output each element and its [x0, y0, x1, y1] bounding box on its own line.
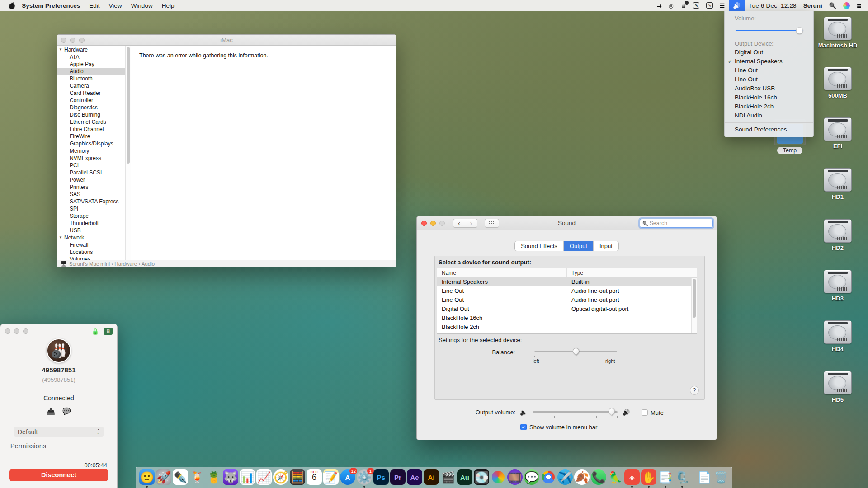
telegram-dock-icon[interactable]: ✈️ [557, 469, 573, 485]
balance-knob[interactable] [571, 347, 580, 356]
table-row[interactable]: Line OutAudio line-out port [437, 286, 697, 296]
menu-item-output-device[interactable]: BlackHole 16ch [725, 93, 813, 102]
sidebar-item-controller[interactable]: Controller [57, 97, 125, 104]
sidebar-item-camera[interactable]: Camera [57, 82, 125, 89]
sidebar-scrollbar[interactable] [126, 46, 131, 260]
disclosure-triangle-icon[interactable]: ▼ [59, 46, 62, 53]
app-store-dock-icon[interactable]: A12 [340, 469, 355, 485]
audition-dock-icon[interactable]: Au [457, 469, 472, 485]
pineapple-app-dock-icon[interactable]: 🍍 [206, 469, 222, 485]
disconnect-button[interactable]: Disconnect [9, 469, 108, 481]
tab-sound-effects[interactable]: Sound Effects [515, 241, 564, 251]
sidebar-item-hardware[interactable]: ▼Hardware [57, 46, 125, 53]
table-header[interactable]: Name Type [437, 268, 697, 277]
pointer-tool-icon[interactable]: ⬉ [693, 2, 699, 9]
chat-app-dock-icon[interactable]: 💬 [524, 469, 539, 485]
minimize-button[interactable] [14, 328, 19, 334]
sidebar-item-sas[interactable]: SAS [57, 191, 125, 198]
table-row[interactable]: BlackHole 16ch [437, 314, 697, 323]
sidebar-item-diagnostics[interactable]: Diagnostics [57, 104, 125, 111]
close-button[interactable] [5, 328, 10, 334]
creative-cloud-icon[interactable]: ◎ [669, 2, 674, 9]
pages-dock-icon[interactable]: ✒️ [173, 469, 188, 485]
scrollbar-thumb[interactable] [127, 47, 130, 164]
sidebar-item-power[interactable]: Power [57, 176, 125, 183]
column-type[interactable]: Type [567, 268, 697, 277]
crossover-dock-icon[interactable]: 🍂 [574, 469, 590, 485]
balance-slider[interactable] [534, 348, 617, 355]
sidebar-item-disc-burning[interactable]: Disc Burning [57, 111, 125, 118]
desktop-drive-efi[interactable]: EFI [810, 117, 865, 150]
menu-item-output-device[interactable]: NDI Audio [725, 111, 813, 120]
spaces-arrows-icon[interactable]: ⇉ [657, 2, 662, 9]
desktop-drive-hd1[interactable]: HD1 [810, 168, 865, 200]
sysinfo-titlebar[interactable]: iMac [57, 35, 396, 46]
permissions-label[interactable]: Permissions [10, 442, 46, 450]
calculator-dock-icon[interactable]: 🧮 [290, 469, 305, 485]
downloads-dock-icon[interactable]: 📄 [697, 469, 712, 485]
parrot-app-dock-icon[interactable]: 🦜 [608, 469, 623, 485]
menu-item-output-device[interactable]: BlackHole 2ch [725, 102, 813, 111]
film-app-dock-icon[interactable]: 🎞️ [507, 469, 523, 485]
sidebar-item-usb[interactable]: USB [57, 227, 125, 234]
menu-item-output-device[interactable]: Line Out [725, 75, 813, 84]
numbers-dock-icon[interactable]: 📈 [256, 469, 272, 485]
disclosure-triangle-icon[interactable]: ▼ [59, 234, 62, 241]
shutter-app-dock-icon[interactable] [491, 469, 506, 485]
table-row[interactable]: Internal SpeakersBuilt-in [437, 277, 697, 286]
sidebar-item-storage[interactable]: Storage [57, 212, 125, 220]
whatsapp-dock-icon[interactable]: 📞 [591, 469, 606, 485]
desktop-drive-hd3[interactable]: HD3 [810, 270, 865, 302]
desktop-drive-hd5[interactable]: HD5 [810, 371, 865, 403]
keynote-dock-icon[interactable]: 📊 [240, 469, 255, 485]
sidebar-item-card-reader[interactable]: Card Reader [57, 89, 125, 97]
remote-screen-icon[interactable]: 🖥 [104, 328, 113, 335]
profile-select[interactable]: Default ⌃⌄ [14, 427, 104, 437]
sidebar-item-parallel-scsi[interactable]: Parallel SCSI [57, 169, 125, 176]
premiere-pro-dock-icon[interactable]: Pr [390, 469, 406, 485]
help-button[interactable]: ? [690, 386, 699, 395]
photoshop-dock-icon[interactable]: Ps [373, 469, 389, 485]
desktop-drive-500mb[interactable]: 500MB [810, 67, 865, 99]
notification-list-icon[interactable]: ≣ [857, 2, 862, 9]
trash-dock-icon[interactable]: 🗑️ [713, 469, 729, 485]
sidebar-item-fibre-channel[interactable]: Fibre Channel [57, 126, 125, 133]
illustrator-dock-icon[interactable]: Ai [424, 469, 439, 485]
sidebar-item-pci[interactable]: PCI [57, 162, 125, 169]
sidebar-item-bluetooth[interactable]: Bluetooth [57, 75, 125, 82]
menu-help[interactable]: Help [162, 2, 175, 9]
table-scrollbar[interactable] [691, 278, 697, 333]
sidebar-item-locations[interactable]: Locations [57, 249, 125, 256]
sidebar-item-firewire[interactable]: FireWire [57, 133, 125, 140]
sidebar-item-spi[interactable]: SPI [57, 205, 125, 212]
sidebar-item-nvmexpress[interactable]: NVMExpress [57, 155, 125, 162]
wolf-app-dock-icon[interactable]: 🐺 [223, 469, 238, 485]
zoom-button[interactable] [23, 328, 28, 334]
tab-input[interactable]: Input [594, 241, 618, 251]
menu-item-output-device[interactable]: Digital Out [725, 48, 813, 57]
sidebar-item-memory[interactable]: Memory [57, 147, 125, 155]
calendar-dock-icon[interactable]: DEC6 [307, 469, 322, 485]
menu-bar-clock[interactable]: Tue 6 Dec 12.28 [749, 2, 797, 9]
output-volume-knob[interactable] [607, 407, 616, 416]
device-table[interactable]: Name Type Internal SpeakersBuilt-inLine … [437, 268, 697, 334]
mute-checkbox[interactable] [642, 409, 648, 416]
waveform-icon[interactable]: ∿ [706, 2, 712, 9]
sidebar-item-audio[interactable]: Audio [57, 68, 125, 75]
sidebar-item-ethernet-cards[interactable]: Ethernet Cards [57, 118, 125, 126]
after-effects-dock-icon[interactable]: Ae [407, 469, 422, 485]
disk-speed-test-dock-icon[interactable]: 💽 [474, 469, 489, 485]
display-alert-icon[interactable]: 🖥 [680, 2, 686, 9]
search-icon[interactable]: 🔍 [829, 2, 836, 9]
desktop-drive-hd2[interactable]: HD2 [810, 219, 865, 251]
finder-dock-icon[interactable]: 🙂 [139, 469, 155, 485]
final-cut-pro-dock-icon[interactable]: 🎬 [440, 469, 456, 485]
sidebar-item-printers[interactable]: Printers [57, 183, 125, 191]
chat-icon[interactable]: 💬 [62, 407, 71, 415]
safari-dock-icon[interactable]: 🧭 [273, 469, 288, 485]
column-name[interactable]: Name [437, 268, 567, 277]
app-menu-title[interactable]: System Preferences [22, 2, 80, 9]
sidebar-item-network[interactable]: ▼Network [57, 234, 125, 241]
sidebar-item-volumes[interactable]: Volumes [57, 256, 125, 260]
documents-app-dock-icon[interactable]: 📑 [658, 469, 673, 485]
